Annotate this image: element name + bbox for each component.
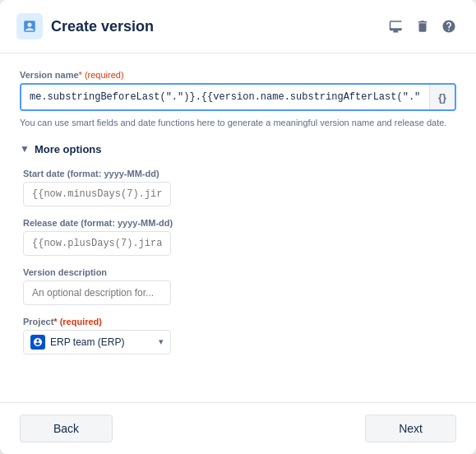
start-date-label: Start date (format: yyyy-MM-dd): [23, 169, 456, 178]
project-label: Project* (required): [23, 317, 456, 327]
start-date-input[interactable]: [23, 182, 171, 206]
dialog-header: Create version: [0, 0, 476, 53]
release-date-field: Release date (format: yyyy-MM-dd): [23, 218, 456, 256]
options-grid: Start date (format: yyyy-MM-dd) Release …: [23, 169, 456, 354]
project-icon: [30, 335, 45, 350]
version-name-field: Version name* (required) {} You can use …: [20, 70, 456, 143]
project-dropdown-chevron-icon: ▾: [159, 336, 164, 347]
more-options-label: More options: [35, 143, 102, 155]
help-button[interactable]: [438, 16, 460, 37]
trash-icon: [415, 19, 430, 34]
more-options-toggle[interactable]: ▼ More options: [20, 143, 456, 155]
header-left: Create version: [16, 13, 154, 39]
project-select[interactable]: ERP team (ERP) ▾: [23, 330, 171, 354]
release-date-input[interactable]: [23, 231, 171, 256]
help-icon: [441, 19, 456, 34]
start-date-field: Start date (format: yyyy-MM-dd): [23, 169, 456, 206]
version-icon-svg: [22, 19, 37, 34]
dialog-title: Create version: [51, 18, 154, 35]
trash-button[interactable]: [412, 16, 433, 37]
field-hint: You can use smart fields and date functi…: [20, 116, 456, 130]
next-button[interactable]: Next: [365, 415, 456, 442]
monitor-button[interactable]: [386, 16, 407, 37]
description-input[interactable]: [23, 280, 171, 305]
chevron-down-icon: ▼: [20, 143, 30, 155]
erp-project-icon-svg: [33, 337, 43, 347]
project-field: Project* (required) ERP team (ERP) ▾: [23, 317, 456, 354]
release-date-label: Release date (format: yyyy-MM-dd): [23, 218, 456, 228]
dialog-footer: Back Next: [0, 402, 476, 454]
create-version-icon: [16, 13, 43, 39]
version-name-suffix[interactable]: {}: [429, 85, 455, 109]
create-version-dialog: Create version Versio: [0, 0, 476, 454]
back-button[interactable]: Back: [20, 415, 113, 442]
version-name-input[interactable]: [21, 85, 429, 109]
monitor-icon: [389, 19, 404, 34]
version-name-wrapper: {}: [20, 83, 456, 111]
description-label: Version description: [23, 267, 456, 277]
dialog-body: Version name* (required) {} You can use …: [0, 53, 476, 402]
header-actions: [386, 16, 460, 37]
project-name: ERP team (ERP): [50, 336, 159, 348]
description-field: Version description: [23, 267, 456, 305]
version-name-label: Version name* (required): [20, 70, 456, 80]
